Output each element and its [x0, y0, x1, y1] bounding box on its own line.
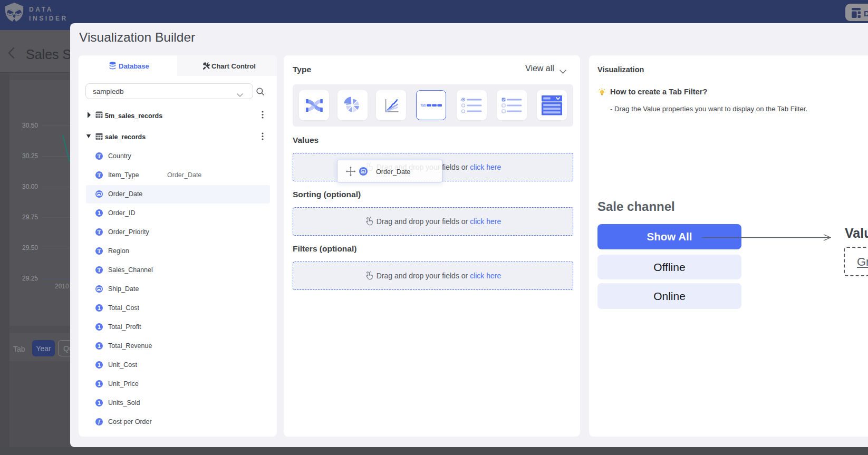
svg-text:T: T: [97, 248, 101, 254]
svg-text:T: T: [97, 172, 101, 178]
svg-text:T: T: [97, 267, 101, 273]
svg-text:1: 1: [98, 210, 101, 216]
svg-text:1: 1: [98, 400, 101, 406]
svg-text:T: T: [97, 153, 101, 159]
svg-text:1: 1: [98, 381, 101, 387]
svg-text:Tab: Tab: [420, 103, 426, 107]
svg-text:1: 1: [98, 362, 101, 368]
svg-text:T: T: [97, 229, 101, 235]
svg-text:1: 1: [98, 343, 101, 349]
svg-text:1: 1: [98, 305, 101, 311]
svg-text:1: 1: [98, 324, 101, 330]
